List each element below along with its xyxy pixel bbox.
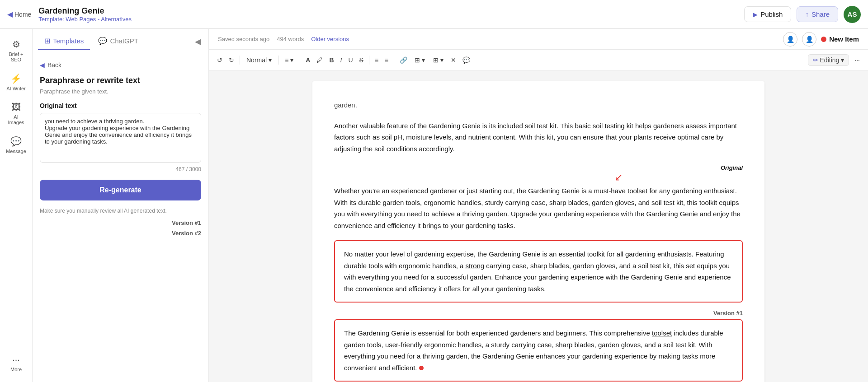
nav-right: ▶ Publish ↑ Share AS [744, 6, 861, 23]
version2-dot [419, 366, 424, 370]
comment-button[interactable]: 💬 [460, 55, 473, 65]
comment-icon: 💬 [462, 56, 470, 64]
collapse-panel-button[interactable]: ◀ [193, 35, 203, 48]
numbered-list-icon: ≡ [385, 56, 388, 64]
ai-notice: Make sure you manually review all AI gen… [40, 208, 201, 214]
strikethrough-button[interactable]: S [357, 55, 366, 65]
editor-meta-bar: Saved seconds ago 494 words Older versio… [209, 29, 868, 50]
lightning-icon: ⚡ [10, 73, 22, 84]
editor-toolbar: ↺ ↻ Normal ▾ ≡ ▾ A 🖊 B [209, 50, 868, 70]
numbered-list-button[interactable]: ≡ [382, 55, 391, 65]
toolbar-separator-5 [394, 56, 394, 65]
older-versions-link[interactable]: Older versions [311, 36, 349, 42]
user2-icon-button[interactable]: 👤 [802, 32, 816, 47]
sidebar-item-ai-writer[interactable]: ⚡ AI Writer [2, 69, 31, 96]
align-dropdown[interactable]: ≡ ▾ [281, 55, 297, 65]
home-link[interactable]: ◀ Home [7, 10, 31, 19]
share-up-icon: ↑ [805, 10, 809, 18]
clear-format-button[interactable]: ✕ [448, 55, 459, 65]
doc-para-1: garden. [334, 99, 743, 111]
more-options-icon: ··· [854, 56, 860, 64]
regenerate-button[interactable]: Re-generate [40, 180, 201, 200]
back-label: Back [47, 61, 61, 69]
redo-button[interactable]: ↻ [226, 55, 237, 65]
publish-arrow-icon: ▶ [753, 11, 758, 18]
align-icon: ≡ [285, 56, 288, 64]
italic-icon: I [340, 56, 342, 64]
image-icon: 🖼 [12, 102, 21, 112]
back-link[interactable]: ◀ Back [40, 61, 201, 69]
link-icon: 🔗 [400, 56, 407, 64]
app-title-block: Gardening Genie Template: Web Pages - Al… [38, 6, 132, 23]
paragraph-style-label: Normal [246, 56, 267, 64]
version2-text: The Gardening Genie is essential for bot… [344, 327, 733, 373]
user-icon-button[interactable]: 👤 [783, 32, 797, 47]
editor-document[interactable]: garden. Another valuable feature of the … [312, 81, 764, 382]
avatar[interactable]: AS [844, 6, 861, 23]
char-count: 467 / 3000 [40, 166, 201, 172]
section-title: Paraphrase or rewrite text [40, 76, 201, 85]
version2-box: The Gardening Genie is essential for bot… [334, 319, 743, 382]
sidebar-item-brief-seo[interactable]: ⚙ Brief + SEO [2, 34, 31, 67]
sidebar-item-label: More [10, 367, 22, 372]
chevron-down-icon-align: ▾ [290, 56, 293, 64]
gear-icon: ⚙ [12, 39, 20, 50]
app-title: Gardening Genie [38, 6, 132, 16]
saved-status: Saved seconds ago [218, 36, 269, 42]
underline-button[interactable]: U [345, 55, 355, 65]
home-arrow-icon: ◀ [7, 10, 13, 19]
tab-chatgpt[interactable]: 💬 ChatGPT [92, 33, 145, 50]
highlight-button[interactable]: 🖊 [314, 55, 326, 65]
new-item-badge: New Item [821, 35, 859, 43]
share-button[interactable]: ↑ Share [797, 6, 838, 22]
strikethrough-icon: S [359, 56, 363, 64]
editor-scroll[interactable]: garden. Another valuable feature of the … [209, 70, 868, 382]
text-color-button[interactable]: A [303, 55, 313, 65]
bullet-list-icon: ≡ [375, 56, 378, 64]
bold-icon: B [329, 56, 334, 64]
meta-icons: 👤 👤 New Item [783, 32, 859, 47]
sidebar-item-label: AI Images [5, 114, 27, 125]
image-icon: ⊞ [415, 56, 420, 64]
tab-templates-label: Templates [53, 37, 84, 45]
sidebar-item-more[interactable]: ··· More [2, 350, 31, 377]
link-button[interactable]: 🔗 [397, 55, 410, 65]
editing-label: Editing [820, 56, 840, 64]
user-icon: 👤 [787, 36, 794, 43]
chevron-down-icon: ▾ [269, 56, 272, 64]
sidebar-item-message[interactable]: 💬 Message [2, 131, 31, 158]
bullet-list-button[interactable]: ≡ [372, 55, 381, 65]
sidebar-item-label: Message [6, 149, 26, 154]
version2-label: Version #2 [40, 230, 201, 237]
paragraph-style-dropdown[interactable]: Normal ▾ [243, 55, 275, 65]
original-text-input[interactable]: you need to achieve a thriving garden. U… [40, 113, 201, 163]
toolbar-separator-2 [278, 56, 278, 65]
image-dropdown[interactable]: ⊞ ▾ [411, 55, 429, 65]
more-options-button[interactable]: ··· [852, 55, 863, 65]
table-dropdown[interactable]: ⊞ ▾ [429, 55, 447, 65]
version1-label: Version #1 [40, 219, 201, 226]
section-subtitle: Paraphrase the given text. [40, 88, 201, 95]
chevron-down-icon-image: ▾ [422, 56, 425, 64]
template-link[interactable]: Web Pages - Alternatives [66, 16, 132, 23]
tab-chatgpt-label: ChatGPT [110, 37, 138, 45]
templates-grid-icon: ⊞ [44, 37, 50, 45]
undo-button[interactable]: ↺ [214, 55, 225, 65]
table-icon: ⊞ [433, 56, 439, 64]
bold-button[interactable]: B [326, 55, 336, 65]
toolbar-separator [240, 56, 240, 65]
italic-button[interactable]: I [338, 55, 345, 65]
editing-mode-button[interactable]: ✏ Editing ▾ [808, 54, 849, 66]
highlight-icon: 🖊 [316, 56, 323, 64]
tab-templates[interactable]: ⊞ Templates [38, 33, 90, 50]
version1-box: No matter your level of gardening expert… [334, 240, 743, 303]
toolbar-separator-3 [300, 56, 300, 65]
publish-button[interactable]: ▶ Publish [744, 6, 791, 22]
original-badge: Original [721, 164, 743, 171]
sidebar-item-ai-images[interactable]: 🖼 AI Images [2, 98, 31, 130]
home-label: Home [14, 11, 31, 18]
redo-icon: ↻ [229, 56, 234, 64]
user2-icon: 👤 [806, 36, 813, 43]
nav-left: ◀ Home Gardening Genie Template: Web Pag… [7, 6, 132, 23]
icon-sidebar: ⚙ Brief + SEO ⚡ AI Writer 🖼 AI Images 💬 … [0, 29, 33, 382]
